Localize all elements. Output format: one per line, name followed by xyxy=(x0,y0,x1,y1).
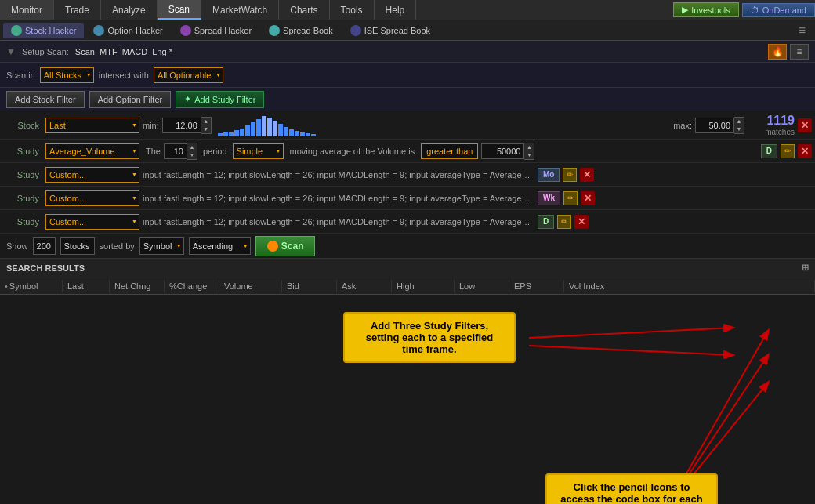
nav-monitor[interactable]: Monitor xyxy=(0,0,54,20)
scan-in-select[interactable]: All Stocks xyxy=(40,67,94,83)
study1-type-select[interactable]: Simple xyxy=(233,143,284,159)
hist-bar xyxy=(311,134,316,136)
tab-option-hacker[interactable]: Option Hacker xyxy=(85,23,170,38)
study4-field-select[interactable]: Custom... xyxy=(45,214,139,230)
max-up-btn[interactable]: ▲ xyxy=(734,118,744,125)
tab-spread-book[interactable]: Spread Book xyxy=(261,23,341,38)
study1-period-down[interactable]: ▼ xyxy=(187,151,197,159)
fire-icon-button[interactable]: 🔥 xyxy=(768,44,787,60)
ondemand-button[interactable]: ⏱ OnDemand xyxy=(742,3,815,17)
study1-label: Study xyxy=(3,147,42,156)
clock-icon: ⏱ xyxy=(751,5,759,15)
stock-row-close-button[interactable]: ✕ xyxy=(798,118,812,132)
nav-scan[interactable]: Scan xyxy=(158,0,201,20)
study3-label: Study xyxy=(3,194,42,203)
nav-trade[interactable]: Trade xyxy=(54,0,101,20)
hist-bar xyxy=(256,119,261,136)
stock-field-select[interactable]: Last xyxy=(45,118,139,133)
col-header-pctchng: %Change xyxy=(165,280,219,292)
matches-label: matches xyxy=(748,128,795,136)
study1-close-button[interactable]: ✕ xyxy=(798,144,812,158)
symbol-select[interactable]: Symbol xyxy=(139,237,184,255)
study3-pencil-button[interactable]: ✏ xyxy=(563,191,578,205)
show-type-select[interactable]: Stocks xyxy=(60,237,95,255)
scan-in-row: Scan in All Stocks intersect with All Op… xyxy=(0,63,815,88)
study1-period-input[interactable] xyxy=(164,143,187,159)
study1-type-select-wrap[interactable]: Simple xyxy=(233,143,284,159)
scan-in-label: Scan in xyxy=(6,71,35,80)
max-input[interactable] xyxy=(695,118,734,133)
hist-bar xyxy=(289,129,294,136)
max-stepper[interactable]: ▲ ▼ xyxy=(695,117,744,134)
study2-time-button[interactable]: Mo xyxy=(538,168,560,182)
col-header-low: Low xyxy=(455,280,509,292)
col-header-high: High xyxy=(392,280,455,292)
study2-close-button[interactable]: ✕ xyxy=(580,168,594,182)
tab-spread-hacker[interactable]: Spread Hacker xyxy=(172,23,259,38)
show-count-select[interactable]: 200 xyxy=(33,237,56,255)
study3-description: input fastLength = 12; input slowLength … xyxy=(143,194,534,203)
max-down-btn[interactable]: ▼ xyxy=(734,125,744,133)
hist-bar xyxy=(229,132,234,136)
study1-time-button[interactable]: D xyxy=(761,144,777,158)
nav-analyze[interactable]: Analyze xyxy=(101,0,158,20)
study4-close-button[interactable]: ✕ xyxy=(574,215,589,229)
study2-pencil-button[interactable]: ✏ xyxy=(563,168,577,182)
show-label: Show xyxy=(6,241,28,251)
study1-threshold-up[interactable]: ▲ xyxy=(524,143,534,151)
add-option-filter-button[interactable]: Add Option Filter xyxy=(89,91,172,108)
stock-field-select-wrap[interactable]: Last xyxy=(45,118,139,133)
order-select-wrap[interactable]: Ascending Descending xyxy=(189,237,251,255)
study1-field-select-wrap[interactable]: Average_Volume xyxy=(45,143,139,159)
intersect-select-wrap[interactable]: All Optionable xyxy=(154,67,223,83)
scan-button[interactable]: Scan xyxy=(255,236,316,256)
study1-threshold-input[interactable] xyxy=(481,143,524,159)
study4-pencil-button[interactable]: ✏ xyxy=(557,215,571,229)
study1-threshold-down[interactable]: ▼ xyxy=(524,151,534,159)
add-study-filter-button[interactable]: ✦ Add Study Filter xyxy=(176,91,264,108)
study3-field-select-wrap[interactable]: Custom... xyxy=(45,190,139,206)
nav-tools[interactable]: Tools xyxy=(330,0,375,20)
study1-period-up[interactable]: ▲ xyxy=(187,143,197,151)
study4-field-select-wrap[interactable]: Custom... xyxy=(45,214,139,230)
hist-bar xyxy=(284,127,288,136)
study1-threshold-stepper[interactable]: ▲ ▼ xyxy=(481,143,534,160)
nav-marketwatch[interactable]: MarketWatch xyxy=(201,0,279,20)
study3-field-select[interactable]: Custom... xyxy=(45,190,139,206)
svg-line-0 xyxy=(529,328,733,338)
study4-time-button[interactable]: D xyxy=(538,215,554,229)
study3-time-button[interactable]: Wk xyxy=(538,191,560,205)
order-select[interactable]: Ascending Descending xyxy=(189,237,251,255)
study2-field-select[interactable]: Custom... xyxy=(45,167,139,183)
histogram xyxy=(215,114,670,136)
min-up-btn[interactable]: ▲ xyxy=(201,118,211,125)
results-menu-icon[interactable]: ⊞ xyxy=(802,263,809,273)
tooltip-add-study-filters: Add Three Study Filters, setting each to… xyxy=(343,312,516,363)
study2-description: input fastLength = 12; input slowLength … xyxy=(143,170,534,179)
hist-bar xyxy=(240,129,244,136)
investools-button[interactable]: ▶ Investools xyxy=(673,2,739,17)
menu-icon-button[interactable]: ≡ xyxy=(790,44,809,60)
nav-help[interactable]: Help xyxy=(375,0,417,20)
min-input[interactable] xyxy=(162,118,201,133)
study2-field-select-wrap[interactable]: Custom... xyxy=(45,167,139,183)
hist-bar xyxy=(278,124,283,136)
add-stock-filter-button[interactable]: Add Stock Filter xyxy=(6,91,85,108)
tab-stock-hacker[interactable]: Stock Hacker xyxy=(3,23,84,38)
col-header-last: Last xyxy=(63,280,110,292)
study1-field-select[interactable]: Average_Volume xyxy=(45,143,139,159)
intersect-select[interactable]: All Optionable xyxy=(154,67,223,83)
study-filter-row-4: Study Custom... input fastLength = 12; i… xyxy=(0,210,815,234)
second-nav-menu-icon[interactable]: ≡ xyxy=(792,24,812,38)
tab-ise-spread-book[interactable]: ISE Spread Book xyxy=(342,23,438,38)
study-icon: ✦ xyxy=(184,94,191,104)
study3-close-button[interactable]: ✕ xyxy=(581,191,595,205)
symbol-select-wrap[interactable]: Symbol xyxy=(139,237,184,255)
study1-pencil-button[interactable]: ✏ xyxy=(781,144,795,158)
min-down-btn[interactable]: ▼ xyxy=(201,125,211,133)
study1-period-stepper[interactable]: ▲ ▼ xyxy=(164,143,197,160)
scan-in-select-wrap[interactable]: All Stocks xyxy=(40,67,94,83)
min-stepper[interactable]: ▲ ▼ xyxy=(162,117,212,134)
setup-bar: ▼ Setup Scan: Scan_MTF_MACD_Lng * 🔥 ≡ xyxy=(0,41,815,63)
nav-charts[interactable]: Charts xyxy=(279,0,329,20)
